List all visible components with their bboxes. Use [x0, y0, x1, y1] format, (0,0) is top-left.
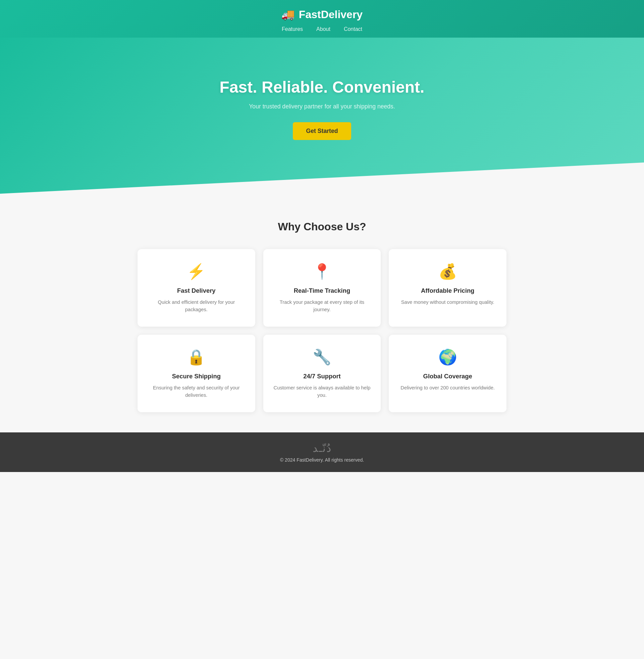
footer-copyright: © 2024 FastDelivery. All rights reserved… — [280, 457, 364, 463]
logo-area: 🚚 FastDelivery — [0, 8, 644, 21]
feature-desc-3: Ensuring the safety and security of your… — [147, 384, 246, 399]
feature-card-1: 📍 Real-Time Tracking Track your package … — [263, 249, 381, 327]
hero-section: Fast. Reliable. Convenient. Your trusted… — [0, 38, 644, 194]
feature-desc-5: Delivering to over 200 countries worldwi… — [398, 384, 497, 391]
get-started-button[interactable]: Get Started — [293, 122, 351, 140]
nav-link-features[interactable]: Features — [282, 26, 303, 32]
feature-title-3: Secure Shipping — [147, 373, 246, 380]
feature-desc-2: Save money without compromising quality. — [398, 299, 497, 306]
main-nav: FeaturesAboutContact — [0, 26, 644, 32]
nav-link-about[interactable]: About — [316, 26, 330, 32]
feature-card-0: ⚡ Fast Delivery Quick and efficient deli… — [138, 249, 255, 327]
footer-logo: دُنّـد — [7, 442, 637, 455]
feature-icon-5: 🌍 — [398, 348, 497, 366]
feature-icon-0: ⚡ — [147, 263, 246, 280]
feature-card-5: 🌍 Global Coverage Delivering to over 200… — [389, 335, 506, 412]
features-section: Why Choose Us? ⚡ Fast Delivery Quick and… — [0, 194, 644, 433]
hero-subtext: Your trusted delivery partner for all yo… — [7, 103, 637, 110]
logo-truck-icon: 🚚 — [281, 8, 295, 21]
features-title: Why Choose Us? — [14, 221, 630, 233]
site-footer: دُنّـد © 2024 FastDelivery. All rights r… — [0, 433, 644, 472]
feature-desc-4: Customer service is always available to … — [273, 384, 372, 399]
feature-icon-2: 💰 — [398, 263, 497, 280]
feature-icon-4: 🔧 — [273, 348, 372, 366]
feature-icon-3: 🔒 — [147, 348, 246, 366]
feature-card-4: 🔧 24/7 Support Customer service is alway… — [263, 335, 381, 412]
feature-title-5: Global Coverage — [398, 373, 497, 380]
feature-card-3: 🔒 Secure Shipping Ensuring the safety an… — [138, 335, 255, 412]
brand-name: FastDelivery — [299, 8, 363, 21]
feature-title-2: Affordable Pricing — [398, 287, 497, 294]
hero-headline: Fast. Reliable. Convenient. — [7, 78, 637, 96]
feature-desc-1: Track your package at every step of its … — [273, 299, 372, 313]
site-header: 🚚 FastDelivery FeaturesAboutContact — [0, 0, 644, 38]
feature-icon-1: 📍 — [273, 263, 372, 280]
feature-card-2: 💰 Affordable Pricing Save money without … — [389, 249, 506, 327]
feature-title-1: Real-Time Tracking — [273, 287, 372, 294]
feature-desc-0: Quick and efficient delivery for your pa… — [147, 299, 246, 313]
features-grid: ⚡ Fast Delivery Quick and efficient deli… — [138, 249, 506, 412]
feature-title-0: Fast Delivery — [147, 287, 246, 294]
nav-link-contact[interactable]: Contact — [344, 26, 362, 32]
feature-title-4: 24/7 Support — [273, 373, 372, 380]
